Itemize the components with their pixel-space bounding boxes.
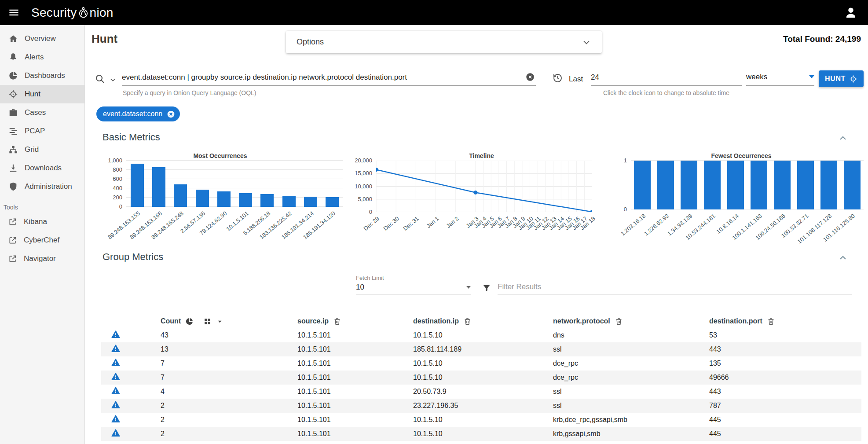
bar[interactable] <box>634 161 651 209</box>
timeline-point[interactable] <box>473 191 477 194</box>
shield-icon <box>8 182 18 191</box>
sidebar-item-overview[interactable]: Overview <box>0 29 84 48</box>
sidebar-item-cases[interactable]: Cases <box>0 103 84 122</box>
sidebar-item-downloads[interactable]: Downloads <box>0 159 84 177</box>
sidebar-item-pcap[interactable]: PCAP <box>0 122 84 140</box>
bar[interactable] <box>131 164 144 207</box>
remove-column-icon[interactable] <box>463 317 472 326</box>
clear-query-icon[interactable] <box>525 72 535 82</box>
table-cell: 43 <box>161 331 297 339</box>
table-row[interactable]: 1310.1.5.101185.81.114.189ssl443 <box>101 342 861 356</box>
bar[interactable] <box>196 190 209 207</box>
chart-timeline: Timeline05,00010,00015,00020,000Dec 29De… <box>354 152 609 248</box>
y-tick-label: 800 <box>113 166 122 173</box>
sidebar-item-alerts[interactable]: Alerts <box>0 48 84 66</box>
query-hint: Specify a query in Onion Query Language … <box>123 89 256 96</box>
table-row[interactable]: 710.1.5.10110.1.5.10dce_rpc49666 <box>101 371 861 385</box>
bar[interactable] <box>174 184 187 207</box>
table-cell: 2 <box>161 402 297 410</box>
row-action-icon[interactable] <box>111 414 121 424</box>
fetch-limit-select[interactable]: 10 <box>356 281 471 294</box>
pie-chart-icon[interactable] <box>185 317 194 326</box>
table-cell: 10.1.5.10 <box>413 416 553 424</box>
row-action-icon[interactable] <box>111 372 121 382</box>
sidebar-item-dashboards[interactable]: Dashboards <box>0 66 84 85</box>
bar[interactable] <box>657 161 674 209</box>
hunt-button[interactable]: HUNT <box>819 70 864 87</box>
y-tick-label: 0 <box>119 203 122 210</box>
bar[interactable] <box>774 161 791 209</box>
table-cell: 10.1.5.10 <box>413 430 553 438</box>
options-panel[interactable]: Options <box>286 31 602 53</box>
sidebar-item-grid[interactable]: Grid <box>0 140 84 159</box>
time-units-value: weeks <box>746 73 767 81</box>
remove-column-icon[interactable] <box>767 317 775 326</box>
bar[interactable] <box>844 161 861 209</box>
bar[interactable] <box>217 191 231 207</box>
column-header-network-protocol: network.protocol <box>553 317 610 325</box>
bar[interactable] <box>820 161 837 209</box>
sidebar-tool-label: Navigator <box>24 254 56 263</box>
table-row[interactable]: 210.1.5.10110.1.5.10krb,gssapi,smb445 <box>101 427 861 441</box>
remove-column-icon[interactable] <box>615 317 623 326</box>
collapse-group-metrics-icon[interactable] <box>838 253 848 263</box>
bar[interactable] <box>260 194 274 207</box>
sidebar-tool-navigator[interactable]: Navigator <box>0 250 84 268</box>
filter-chip[interactable]: event.dataset:conn <box>96 106 180 121</box>
bar[interactable] <box>152 167 165 207</box>
table-row[interactable]: 4310.1.5.10110.1.5.10dns53 <box>101 328 861 342</box>
bar[interactable] <box>282 196 296 207</box>
remove-column-icon[interactable] <box>333 317 341 326</box>
download-icon <box>8 163 18 173</box>
bar[interactable] <box>727 161 744 209</box>
relative-time-input[interactable] <box>591 69 742 85</box>
timeline-point[interactable] <box>590 210 593 212</box>
bar[interactable] <box>704 161 721 209</box>
plot-area <box>126 161 343 207</box>
table-cell: 10.1.5.101 <box>297 402 413 410</box>
sidebar-item-hunt[interactable]: Hunt <box>0 85 84 103</box>
row-action-icon[interactable] <box>111 358 121 367</box>
bar[interactable] <box>326 197 339 207</box>
collapse-basic-metrics-icon[interactable] <box>838 133 848 143</box>
query-input[interactable] <box>122 69 536 85</box>
user-icon[interactable] <box>844 6 857 19</box>
bar[interactable] <box>681 161 697 209</box>
sidebar-tool-cyberchef[interactable]: CyberChef <box>0 231 84 250</box>
sidebar-item-administration[interactable]: Administration <box>0 177 84 196</box>
hunt-button-label: HUNT <box>825 75 846 83</box>
bar[interactable] <box>304 197 317 207</box>
sidebar-tool-kibana[interactable]: Kibana <box>0 213 84 231</box>
table-cell: 10.1.5.101 <box>297 331 413 339</box>
bar[interactable] <box>751 161 767 209</box>
y-tick-label: 600 <box>113 176 122 182</box>
timeline-point[interactable] <box>376 168 378 172</box>
total-found: Total Found: 24,199 <box>783 34 861 44</box>
table-header-row: Countsource.ipdestination.ipnetwork.prot… <box>101 314 861 328</box>
row-action-icon[interactable] <box>111 400 121 410</box>
bar[interactable] <box>239 193 252 207</box>
row-action-icon[interactable] <box>111 344 121 353</box>
time-history-icon[interactable] <box>552 73 563 83</box>
time-units-select[interactable]: weeks <box>746 69 814 86</box>
y-tick-label: 20,000 <box>355 157 372 164</box>
list-icon <box>8 126 18 136</box>
row-action-icon[interactable] <box>111 330 121 339</box>
table-row[interactable]: 210.1.5.10110.1.5.10krb,dce_rpc,gssapi,s… <box>101 413 861 427</box>
table-row[interactable]: 710.1.5.10110.1.5.10dce_rpc135 <box>101 356 861 371</box>
query-dropdown-icon[interactable] <box>109 76 117 84</box>
remove-filter-icon[interactable] <box>166 110 176 119</box>
x-tick-label: Jan 2 <box>445 215 460 229</box>
caret-down-icon[interactable] <box>216 318 223 325</box>
table-row[interactable]: 210.1.5.10123.227.196.35ssl787 <box>101 399 861 413</box>
table-row[interactable]: 410.1.5.10120.50.73.9ssl443 <box>101 385 861 399</box>
y-tick-label: 0 <box>624 206 627 213</box>
bar[interactable] <box>797 161 814 209</box>
caret-down-icon <box>466 286 471 289</box>
grid-view-icon[interactable] <box>203 317 212 326</box>
row-action-icon[interactable] <box>111 386 121 396</box>
filter-results-input[interactable] <box>498 279 852 294</box>
menu-icon[interactable] <box>8 7 20 18</box>
row-action-icon[interactable] <box>111 428 121 438</box>
sidebar: OverviewAlertsDashboardsHuntCasesPCAPGri… <box>0 25 85 444</box>
